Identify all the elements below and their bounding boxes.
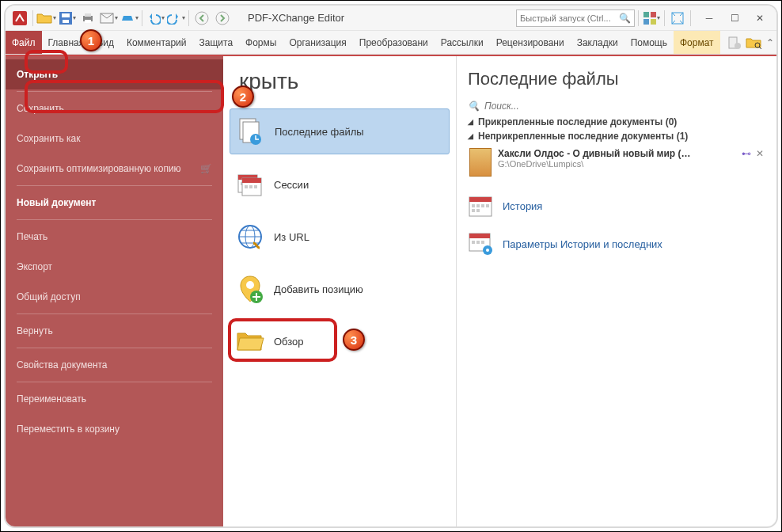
svg-rect-10 bbox=[643, 12, 649, 17]
history-params-link[interactable]: Параметры Истории и последних bbox=[468, 232, 765, 256]
menu-save-as[interactable]: Сохранить как bbox=[6, 124, 223, 154]
menu-revert[interactable]: Вернуть bbox=[6, 316, 223, 346]
search-icon: 🔍 bbox=[468, 101, 480, 112]
menu-share[interactable]: Общий доступ bbox=[6, 282, 223, 312]
section-unpinned[interactable]: ◢Неприкрепленные последние документы (1) bbox=[468, 131, 765, 142]
svg-point-9 bbox=[216, 12, 229, 25]
undo-icon[interactable]: ▾ bbox=[146, 9, 165, 28]
option-from-url[interactable]: Из URL bbox=[230, 215, 450, 259]
svg-rect-46 bbox=[476, 241, 480, 244]
menu-trash[interactable]: Переместить в корзину bbox=[6, 414, 223, 444]
doc-props-icon[interactable] bbox=[727, 36, 741, 50]
redo-icon[interactable]: ▾ bbox=[166, 9, 185, 28]
panel-title: крыть bbox=[239, 69, 450, 94]
option-add-location[interactable]: Добавить позицию bbox=[230, 267, 450, 311]
svg-rect-3 bbox=[63, 20, 69, 23]
calendar-gear-icon bbox=[468, 232, 495, 256]
search-icon[interactable]: 🔍 bbox=[619, 13, 631, 24]
option-recent-files[interactable]: Последние файлы bbox=[230, 108, 450, 154]
tab-comment[interactable]: Комментарий bbox=[120, 31, 193, 54]
svg-rect-13 bbox=[651, 19, 656, 25]
mail-icon[interactable]: ▾ bbox=[99, 9, 118, 28]
fullscreen-icon[interactable] bbox=[668, 9, 687, 28]
open-folder-icon[interactable]: ▾ bbox=[36, 9, 56, 28]
file-menu-panel: Открыть Сохранить Сохранить как Сохранит… bbox=[6, 56, 223, 526]
section-pinned[interactable]: ◢Прикрепленные последние документы (0) bbox=[468, 116, 765, 127]
recent-search[interactable]: 🔍 bbox=[468, 101, 765, 112]
menu-open[interactable]: Открыть bbox=[6, 59, 223, 89]
option-browse[interactable]: Обзор bbox=[230, 319, 450, 363]
recent-title: Последние файлы bbox=[468, 69, 765, 89]
svg-rect-47 bbox=[481, 241, 484, 244]
ribbon-tabs: Файл Главная Вид Комментарий Защита Форм… bbox=[6, 31, 776, 55]
tab-mail[interactable]: Рассылки bbox=[435, 31, 490, 54]
calendar-icon bbox=[468, 194, 495, 218]
tab-format[interactable]: Формат bbox=[674, 31, 720, 54]
svg-rect-38 bbox=[476, 204, 480, 207]
recent-file-item[interactable]: Хаксли Олдос - О дивный новый мир (Экскл… bbox=[468, 145, 765, 180]
svg-rect-44 bbox=[469, 234, 490, 238]
svg-rect-42 bbox=[476, 209, 480, 212]
tab-protect[interactable]: Защита bbox=[193, 31, 240, 54]
svg-rect-36 bbox=[469, 197, 492, 202]
tab-bookmarks[interactable]: Закладки bbox=[571, 31, 624, 54]
globe-icon bbox=[236, 222, 264, 251]
ui-options-icon[interactable]: ▾ bbox=[642, 9, 661, 28]
svg-point-8 bbox=[196, 12, 208, 25]
svg-rect-2 bbox=[62, 13, 70, 17]
svg-rect-30 bbox=[254, 185, 257, 188]
scan-icon[interactable]: ▾ bbox=[120, 9, 139, 28]
open-options-panel: крыть Последние файлы Сессии Из URL Доба… bbox=[223, 56, 457, 526]
menu-save-optimized[interactable]: Сохранить оптимизированную копию🛒 bbox=[6, 154, 223, 184]
svg-rect-41 bbox=[472, 209, 475, 212]
save-icon[interactable]: ▾ bbox=[58, 9, 77, 28]
menu-export[interactable]: Экспорт bbox=[6, 252, 223, 282]
recent-files-panel: Последние файлы 🔍 ◢Прикрепленные последн… bbox=[457, 56, 776, 526]
sessions-icon bbox=[236, 170, 264, 199]
collapse-ribbon-icon[interactable]: ⌃ bbox=[766, 37, 774, 48]
tab-help[interactable]: Помощь bbox=[624, 31, 674, 54]
svg-rect-5 bbox=[85, 13, 91, 17]
svg-rect-0 bbox=[13, 11, 27, 25]
svg-rect-12 bbox=[643, 19, 649, 25]
menu-rename[interactable]: Переименовать bbox=[6, 384, 223, 414]
quick-launch-input[interactable]: 🔍 bbox=[516, 10, 635, 27]
tab-file[interactable]: Файл bbox=[6, 31, 42, 54]
svg-rect-11 bbox=[651, 12, 656, 17]
menu-props[interactable]: Свойства документа bbox=[6, 350, 223, 380]
remove-icon[interactable]: ✕ bbox=[756, 148, 764, 159]
file-thumb-icon bbox=[469, 148, 492, 177]
minimize-button[interactable]: ─ bbox=[697, 9, 721, 28]
nav-back-icon[interactable] bbox=[192, 9, 211, 28]
app-title: PDF-XChange Editor bbox=[248, 12, 344, 24]
svg-rect-40 bbox=[486, 204, 489, 207]
pin-icon[interactable]: ⊷ bbox=[742, 148, 751, 159]
badge-1: 1 bbox=[80, 29, 102, 51]
maximize-button[interactable]: ☐ bbox=[723, 9, 746, 28]
file-path: G:\OneDrive\Lumpics\ bbox=[498, 159, 735, 169]
tab-convert[interactable]: Преобразовани bbox=[353, 31, 435, 54]
app-logo-icon bbox=[10, 9, 29, 28]
history-link[interactable]: История bbox=[468, 194, 765, 218]
svg-rect-27 bbox=[242, 178, 261, 183]
tab-organize[interactable]: Организация bbox=[283, 31, 352, 54]
title-bar: ▾ ▾ ▾ ▾ ▾ ▾ PDF-XChange Editor � bbox=[6, 6, 776, 31]
menu-print[interactable]: Печать bbox=[6, 222, 223, 252]
close-button[interactable]: ✕ bbox=[748, 9, 772, 28]
tab-review[interactable]: Рецензировани bbox=[490, 31, 571, 54]
svg-rect-28 bbox=[245, 185, 248, 188]
tab-forms[interactable]: Формы bbox=[239, 31, 283, 54]
option-sessions[interactable]: Сессии bbox=[230, 162, 450, 207]
svg-point-49 bbox=[486, 249, 489, 252]
svg-rect-45 bbox=[472, 241, 475, 244]
add-location-icon bbox=[236, 275, 264, 303]
badge-3: 3 bbox=[343, 329, 365, 351]
svg-rect-6 bbox=[85, 20, 91, 23]
nav-forward-icon[interactable] bbox=[213, 9, 232, 28]
find-folder-icon[interactable] bbox=[746, 36, 761, 49]
print-icon[interactable] bbox=[78, 9, 97, 28]
svg-point-16 bbox=[735, 43, 741, 49]
menu-new-doc[interactable]: Новый документ bbox=[6, 188, 223, 218]
folder-open-icon bbox=[236, 327, 264, 355]
menu-save[interactable]: Сохранить bbox=[6, 93, 223, 124]
